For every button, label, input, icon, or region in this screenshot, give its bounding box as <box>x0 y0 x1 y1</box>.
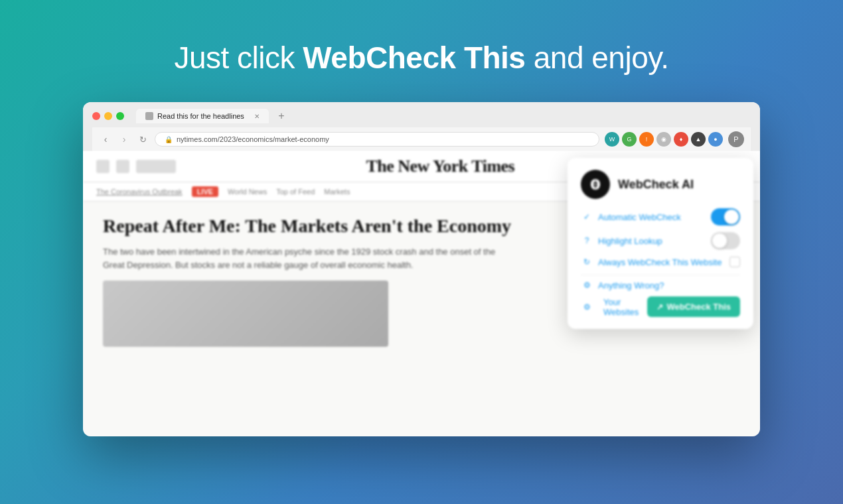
nyt-title-text: The New York Times <box>366 157 514 176</box>
address-bar[interactable]: 🔒 nytimes.com/2023/economics/market-econ… <box>155 132 599 147</box>
always-label: Always WebCheck This Website <box>598 257 729 267</box>
browser-toolbar: ‹ › ↻ 🔒 nytimes.com/2023/economics/marke… <box>92 127 751 151</box>
nyt-menu-btn <box>96 160 110 173</box>
popup-row-always: ↻ Always WebCheck This Website <box>581 256 740 268</box>
webcheck-logo-icon <box>586 175 605 194</box>
ext-icon-1[interactable]: W <box>605 132 619 147</box>
tab-close-icon[interactable]: ✕ <box>254 113 260 120</box>
tl-green[interactable] <box>116 112 124 120</box>
tab-title: Read this for the headlines <box>157 112 244 120</box>
headline-suffix: and enjoy. <box>525 40 668 75</box>
browser-window: Read this for the headlines ✕ + ‹ › ↻ 🔒 … <box>83 102 760 436</box>
tab-favicon <box>145 112 153 120</box>
popup-header: WebCheck AI <box>581 170 740 199</box>
websites-label: Your Websites <box>603 297 642 317</box>
ext-icon-2[interactable]: G <box>622 132 637 147</box>
headline-brand: WebCheck This <box>303 40 525 75</box>
popup-row-wrong: ⚙ Anything Wrong? <box>581 279 740 291</box>
popup-logo <box>581 170 610 199</box>
nyt-search-btn <box>116 160 129 173</box>
wrong-label: Anything Wrong? <box>598 281 740 290</box>
nyt-subnav-item-1: The Coronavirus Outbreak <box>96 188 183 196</box>
browser-tab-active[interactable]: Read this for the headlines ✕ <box>136 109 269 123</box>
ext-icon-7[interactable]: ● <box>708 132 723 147</box>
nav-forward[interactable]: › <box>117 133 131 146</box>
browser-content: The New York Times Account The Coronavir… <box>83 151 760 436</box>
nyt-article: Repeat After Me: The Markets Aren't the … <box>83 202 534 360</box>
popup-divider <box>581 275 740 275</box>
nyt-subnav-item-3: Top of Feed <box>276 188 315 196</box>
ext-icon-6[interactable]: ▲ <box>691 132 706 147</box>
checkbox-always[interactable] <box>729 257 740 267</box>
nav-back[interactable]: ‹ <box>99 133 112 146</box>
nyt-article-image <box>103 281 388 347</box>
highlight-question-icon: ? <box>581 235 593 247</box>
ext-icon-4[interactable]: ◉ <box>656 132 671 147</box>
ext-icon-3[interactable]: ! <box>639 132 654 147</box>
tab-add[interactable]: + <box>274 109 289 123</box>
webcheck-btn-icon: ↗ <box>656 302 663 312</box>
popup-row-automatic: ✓ Automatic WebCheck <box>581 208 740 225</box>
tl-red[interactable] <box>92 112 100 120</box>
webcheck-btn-label: WebCheck This <box>666 302 731 312</box>
websites-gear-icon: ⚙ <box>581 301 593 313</box>
nyt-subnav-item-4: Markets <box>324 188 350 196</box>
automatic-label: Automatic WebCheck <box>598 212 711 222</box>
popup-title: WebCheck AI <box>618 178 694 192</box>
always-reload-icon: ↻ <box>581 256 593 268</box>
popup-row-websites: ⚙ Your Websites ↗ WebCheck This <box>581 296 740 317</box>
nav-reload[interactable]: ↻ <box>136 133 149 146</box>
ext-icon-5[interactable]: ♦ <box>674 132 688 147</box>
tl-yellow[interactable] <box>104 112 112 120</box>
webcheck-this-button[interactable]: ↗ WebCheck This <box>647 296 740 317</box>
automatic-check-icon: ✓ <box>581 211 593 223</box>
nyt-masthead: The New York Times <box>366 157 514 176</box>
nyt-article-title: Repeat After Me: The Markets Aren't the … <box>103 215 514 237</box>
highlight-label: Highlight Lookup <box>598 236 711 246</box>
nyt-subnav-live: LIVE <box>192 186 218 197</box>
popup-row-highlight: ? Highlight Lookup <box>581 232 740 249</box>
nyt-article-body: The two have been intertwined in the Ame… <box>103 245 514 273</box>
browser-titlebar: Read this for the headlines ✕ + <box>92 109 751 127</box>
traffic-lights <box>92 112 124 120</box>
toggle-knob-automatic <box>724 210 739 224</box>
headline-text: Just click WebCheck This and enjoy. <box>174 40 668 75</box>
ext-icon-profile[interactable]: P <box>728 131 744 147</box>
toolbar-extensions: W G ! ◉ ♦ ▲ ● P <box>605 131 744 147</box>
address-lock-icon: 🔒 <box>165 136 173 143</box>
nyt-subnav-item-2: World News <box>228 188 267 196</box>
toggle-knob-highlight <box>712 233 727 248</box>
headline: Just click WebCheck This and enjoy. <box>174 40 668 76</box>
nyt-nav-left <box>96 160 176 173</box>
toggle-highlight[interactable] <box>711 232 740 249</box>
wrong-gear-icon: ⚙ <box>581 279 593 291</box>
toggle-automatic[interactable] <box>711 208 740 225</box>
webcheck-popup: WebCheck AI ✓ Automatic WebCheck ? Highl… <box>568 158 753 329</box>
nyt-section-btn <box>136 160 176 173</box>
headline-prefix: Just click <box>174 40 303 75</box>
address-text: nytimes.com/2023/economics/market-econom… <box>177 135 329 143</box>
browser-chrome: Read this for the headlines ✕ + ‹ › ↻ 🔒 … <box>83 102 760 151</box>
